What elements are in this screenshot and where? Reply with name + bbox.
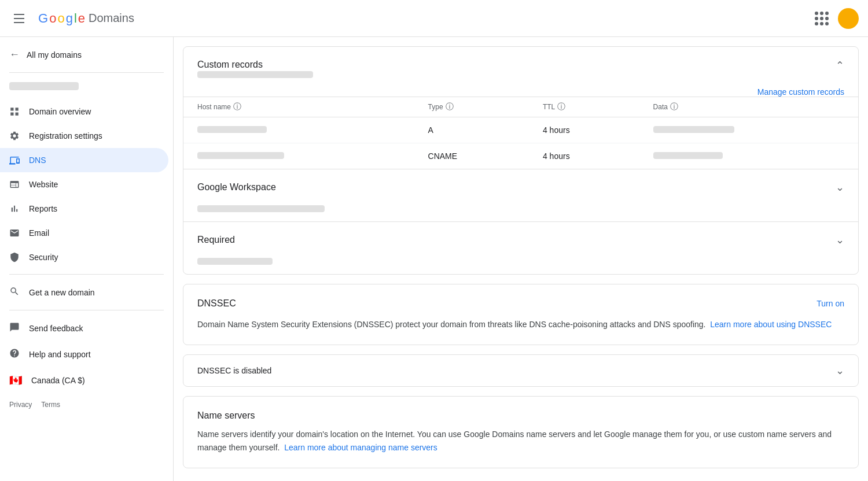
sidebar-label-country: Canada (CA $) (31, 376, 85, 385)
name-servers-description: Name servers identify your domain's loca… (197, 428, 844, 454)
sidebar-label-registration-settings: Registration settings (29, 131, 102, 140)
custom-records-subtitle-blurred (197, 71, 313, 78)
dnssec-disabled-chevron-icon[interactable]: ⌄ (836, 364, 844, 377)
sidebar-label-security: Security (29, 253, 58, 262)
dnssec-disabled-section[interactable]: DNSSEC is disabled ⌄ (183, 354, 859, 387)
sidebar-item-domain-overview[interactable]: Domain overview (0, 99, 168, 124)
col-ttl: TTL ⓘ (543, 102, 565, 112)
name-servers-title: Name servers (197, 410, 844, 421)
sidebar-divider-bottom (9, 310, 164, 310)
app-name: Domains (89, 12, 134, 25)
google-workspace-title: Google Workspace (197, 182, 276, 193)
sidebar-item-security[interactable]: Security (0, 245, 168, 269)
dnssec-card: DNSSEC Turn on Domain Name System Securi… (183, 284, 859, 345)
header-right (810, 7, 859, 30)
sidebar-label-email: Email (29, 228, 49, 238)
required-section: Required ⌄ (183, 221, 858, 265)
privacy-link[interactable]: Privacy (9, 401, 32, 409)
main-layout: ← All my domains Domain overview Registr… (0, 37, 868, 481)
dnssec-learn-more-link[interactable]: Learn more about using DNSSEC (710, 320, 832, 329)
sidebar-label-get-new-domain: Get a new domain (29, 288, 95, 297)
google-workspace-chevron-icon[interactable]: ⌄ (836, 181, 844, 194)
apps-grid-icon[interactable] (810, 7, 833, 30)
canada-flag-icon: 🇨🇦 (9, 374, 22, 387)
sidebar-label-help-support: Help and support (29, 350, 91, 359)
hostname-blurred-2 (197, 152, 284, 159)
sidebar-label-dns: DNS (29, 156, 46, 165)
dns-icon (9, 155, 20, 165)
name-servers-card: Name servers Name servers identify your … (183, 396, 859, 468)
col-type: Type ⓘ (428, 102, 454, 112)
type-cell-1: A (414, 117, 529, 143)
ttl-cell-1: 4 hours (529, 117, 639, 143)
sidebar-item-reports[interactable]: Reports (0, 197, 168, 221)
type-cell-2: CNAME (414, 143, 529, 169)
name-servers-learn-more-link[interactable]: Learn more about managing name servers (284, 443, 437, 452)
google-workspace-section: Google Workspace ⌄ (183, 169, 858, 212)
shield-icon (9, 252, 20, 262)
custom-records-title: Custom records (197, 60, 263, 70)
sidebar-item-registration-settings[interactable]: Registration settings (0, 124, 168, 148)
help-icon (9, 348, 20, 360)
svg-rect-0 (10, 108, 13, 110)
data-blurred-2 (653, 152, 723, 159)
required-header[interactable]: Required ⌄ (183, 222, 858, 258)
custom-records-table: Host name ⓘ Type ⓘ TTL (183, 97, 858, 169)
sidebar-item-website[interactable]: Website (0, 172, 168, 197)
ttl-info-icon[interactable]: ⓘ (557, 102, 565, 112)
svg-rect-1 (16, 108, 19, 110)
sidebar-item-get-new-domain[interactable]: Get a new domain (0, 279, 173, 305)
custom-records-collapse-icon[interactable]: ⌄ (836, 58, 844, 71)
hostname-blurred-1 (197, 126, 267, 133)
user-avatar[interactable] (838, 8, 859, 29)
svg-rect-3 (16, 113, 19, 116)
dnssec-header: DNSSEC Turn on (197, 298, 844, 309)
table-row: A 4 hours (183, 117, 858, 143)
hamburger-menu[interactable] (9, 9, 29, 28)
dnssec-disabled-label: DNSSEC is disabled (197, 366, 271, 375)
back-label: All my domains (27, 50, 82, 60)
grid-icon (9, 106, 20, 117)
type-info-icon[interactable]: ⓘ (446, 102, 454, 112)
sidebar-section-divider (9, 274, 164, 275)
terms-link[interactable]: Terms (41, 401, 60, 409)
svg-rect-2 (10, 113, 13, 116)
hostname-info-icon[interactable]: ⓘ (233, 102, 241, 112)
required-chevron-icon[interactable]: ⌄ (836, 234, 844, 246)
manage-custom-records-link[interactable]: Manage custom records (744, 87, 858, 106)
table-row: CNAME 4 hours (183, 143, 858, 169)
data-blurred-1 (653, 126, 734, 133)
custom-records-card: Custom records ⌄ Manage custom records H… (183, 46, 859, 275)
sidebar-item-send-feedback[interactable]: Send feedback (0, 315, 173, 341)
mail-icon (9, 228, 20, 238)
google-workspace-subtitle-blurred (197, 205, 325, 212)
domain-name-blurred (9, 82, 79, 90)
main-content: Custom records ⌄ Manage custom records H… (174, 37, 868, 481)
sidebar-item-country[interactable]: 🇨🇦 Canada (CA $) (0, 367, 173, 394)
back-arrow-icon: ← (9, 49, 20, 61)
footer-links: Privacy Terms (0, 394, 173, 416)
dnssec-turn-on-link[interactable]: Turn on (816, 299, 844, 308)
sidebar-item-dns[interactable]: DNS (0, 148, 168, 172)
sidebar-item-email[interactable]: Email (0, 221, 168, 245)
sidebar-item-help-support[interactable]: Help and support (0, 341, 173, 367)
dnssec-title: DNSSEC (197, 298, 236, 309)
sidebar-divider-top (9, 72, 164, 73)
bar-chart-icon (9, 204, 20, 214)
google-logo: Google Domains (38, 11, 134, 26)
search-icon (9, 286, 20, 298)
back-to-domains[interactable]: ← All my domains (0, 42, 173, 68)
header-left: Google Domains (9, 9, 134, 28)
col-data: Data ⓘ (653, 102, 678, 112)
google-workspace-header[interactable]: Google Workspace ⌄ (183, 169, 858, 205)
sidebar-label-website: Website (29, 180, 58, 189)
sidebar: ← All my domains Domain overview Registr… (0, 37, 174, 481)
sidebar-label-reports: Reports (29, 204, 57, 213)
dnssec-description: Domain Name System Security Extensions (… (197, 318, 844, 331)
feedback-icon (9, 322, 20, 334)
web-icon (9, 179, 20, 190)
data-info-icon[interactable]: ⓘ (670, 102, 678, 112)
sidebar-label-domain-overview: Domain overview (29, 107, 91, 116)
col-hostname: Host name ⓘ (197, 102, 241, 112)
app-header: Google Domains (0, 0, 868, 37)
